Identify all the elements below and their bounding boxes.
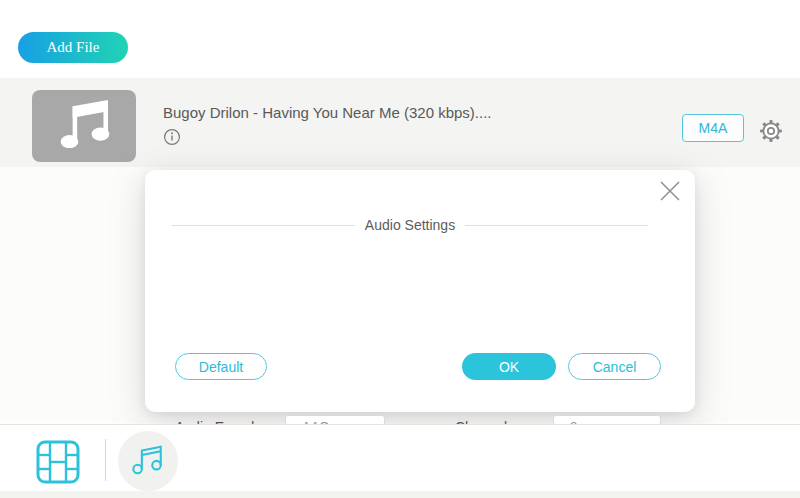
info-icon[interactable] xyxy=(163,128,181,146)
add-file-button[interactable]: Add File xyxy=(18,32,128,63)
gear-icon[interactable] xyxy=(759,119,783,143)
file-format-badge[interactable]: M4A xyxy=(682,114,744,142)
audio-settings-dialog: Audio Settings Audio Encoder: AAC Channe… xyxy=(145,170,695,412)
cancel-button[interactable]: Cancel xyxy=(568,353,661,380)
bottom-strip xyxy=(0,491,800,498)
default-button[interactable]: Default xyxy=(175,353,267,380)
app-window: Add File Bugoy Drilon - Having You Near … xyxy=(0,0,800,498)
ok-button[interactable]: OK xyxy=(462,353,556,380)
close-icon[interactable] xyxy=(657,178,683,204)
divider xyxy=(172,225,355,226)
file-thumbnail xyxy=(32,90,136,162)
divider xyxy=(105,439,106,481)
format-bar: MP3 AAC AC3 WMA WAV AIFF FLAC MKA xyxy=(0,424,800,492)
film-strip-icon[interactable] xyxy=(36,440,80,484)
divider xyxy=(465,225,648,226)
file-list-row: Bugoy Drilon - Having You Near Me (320 k… xyxy=(0,78,800,167)
file-title: Bugoy Drilon - Having You Near Me (320 k… xyxy=(163,104,492,121)
music-note-outline-icon xyxy=(129,442,167,480)
dialog-title-row: Audio Settings xyxy=(172,217,648,233)
dialog-title: Audio Settings xyxy=(355,217,465,233)
music-note-icon xyxy=(51,100,117,152)
audio-tab[interactable] xyxy=(118,431,178,491)
